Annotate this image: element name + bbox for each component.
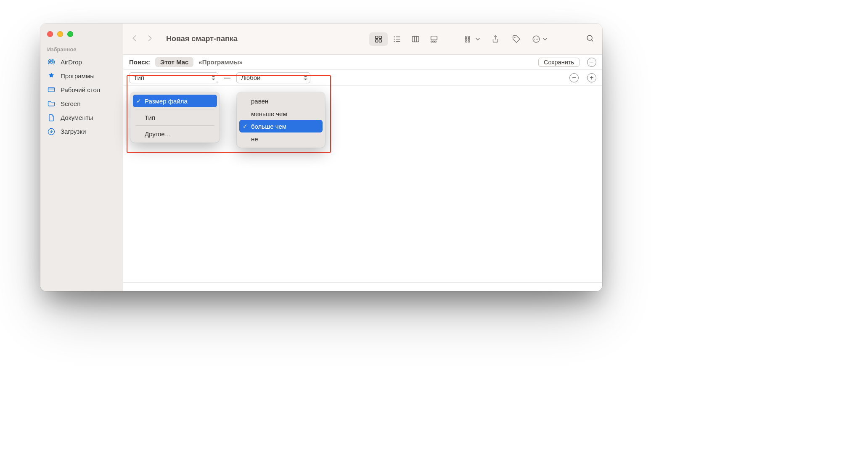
dropdown-item-type[interactable]: Тип [133, 111, 217, 124]
svg-point-27 [514, 37, 516, 38]
status-bar-divider [123, 282, 602, 283]
search-rule-row: Тип — Любой − + [123, 70, 602, 86]
nav-back-button[interactable] [131, 34, 138, 45]
sidebar-item-screen[interactable]: Screen [40, 97, 123, 111]
dropdown-item-label: Размер файла [145, 98, 188, 105]
svg-point-0 [50, 61, 53, 63]
more-icon [532, 34, 541, 44]
svg-point-8 [394, 36, 395, 37]
sidebar-item-desktop[interactable]: Рабочий стол [40, 83, 123, 97]
sidebar: Избранное AirDrop Программы [40, 24, 123, 291]
add-rule-button[interactable]: + [587, 73, 596, 82]
svg-point-12 [394, 41, 395, 42]
dropdown-item-label: равен [251, 98, 268, 105]
view-columns-button[interactable] [406, 32, 425, 46]
chevron-right-icon [146, 34, 153, 43]
dropdown-item-label: не [251, 135, 258, 143]
sidebar-item-documents[interactable]: Документы [40, 111, 123, 125]
svg-point-30 [536, 38, 537, 39]
downloads-icon [47, 127, 56, 136]
svg-rect-19 [433, 41, 434, 42]
svg-rect-17 [431, 36, 437, 40]
stepper-icon [304, 75, 307, 80]
dropdown-item-not[interactable]: не [239, 132, 323, 145]
chevron-down-icon [475, 37, 480, 42]
combo-value: Тип [134, 74, 144, 81]
svg-rect-1 [48, 87, 55, 92]
chevron-down-icon [542, 37, 548, 42]
minimize-button[interactable] [57, 31, 63, 37]
search-icon [585, 34, 595, 43]
view-gallery-button[interactable] [425, 32, 443, 46]
sidebar-item-downloads[interactable]: Загрузки [40, 125, 123, 138]
svg-point-10 [394, 38, 395, 40]
window-title: Новая смарт-папка [166, 34, 238, 43]
dropdown-item-other[interactable]: Другое… [133, 127, 217, 140]
svg-rect-24 [468, 36, 470, 37]
document-icon [47, 114, 56, 122]
dropdown-item-equals[interactable]: равен [239, 95, 323, 107]
svg-rect-6 [376, 40, 378, 42]
group-icon [464, 34, 474, 44]
zoom-button[interactable] [67, 31, 73, 37]
sidebar-item-label: Документы [61, 113, 93, 122]
rule-value-combo[interactable]: Любой [236, 72, 310, 83]
scope-alt[interactable]: «Программы» [198, 58, 243, 66]
more-actions-button[interactable] [532, 33, 548, 45]
svg-rect-5 [379, 36, 381, 38]
scope-this-mac[interactable]: Этот Mac [155, 57, 193, 67]
nav-forward-button[interactable] [146, 34, 153, 45]
toolbar-actions [464, 33, 548, 45]
save-button[interactable]: Сохранить [538, 58, 580, 67]
airdrop-icon [47, 58, 56, 66]
window-controls [40, 31, 123, 37]
rule-attribute-combo[interactable]: Тип [129, 72, 218, 83]
desktop-icon [47, 86, 56, 94]
dropdown-item-greater-than[interactable]: больше чем [239, 120, 323, 132]
sidebar-item-label: Программы [61, 72, 95, 80]
svg-rect-22 [466, 38, 467, 40]
view-list-button[interactable] [388, 32, 406, 46]
dropdown-item-file-size[interactable]: Размер файла [133, 95, 217, 107]
scope-bar: Поиск: Этот Mac «Программы» Сохранить − [123, 55, 602, 70]
svg-rect-23 [466, 40, 467, 42]
svg-rect-14 [412, 36, 419, 42]
attribute-dropdown[interactable]: Размер файла Тип Другое… [130, 92, 220, 143]
dropdown-item-label: Тип [145, 114, 155, 121]
svg-rect-25 [468, 38, 470, 40]
view-icons-button[interactable] [369, 32, 388, 46]
chevron-left-icon [131, 34, 138, 43]
dropdown-item-label: Другое… [145, 130, 171, 138]
view-mode-group [369, 32, 443, 46]
finder-window: Избранное AirDrop Программы [40, 24, 602, 291]
remove-scope-button[interactable]: − [587, 58, 596, 67]
svg-point-29 [534, 38, 535, 39]
share-icon [491, 34, 500, 44]
operator-dropdown[interactable]: равен меньше чем больше чем не [237, 92, 325, 148]
sidebar-item-airdrop[interactable]: AirDrop [40, 55, 123, 69]
dropdown-separator [135, 125, 214, 126]
svg-rect-7 [379, 40, 381, 42]
main-area: Новая смарт-папка [123, 24, 602, 291]
tags-button[interactable] [511, 33, 522, 45]
group-by-button[interactable] [464, 33, 480, 45]
gallery-icon [429, 34, 439, 44]
close-button[interactable] [47, 31, 53, 37]
svg-rect-21 [466, 36, 467, 37]
remove-rule-button[interactable]: − [569, 73, 579, 82]
svg-line-33 [592, 40, 593, 41]
sidebar-item-applications[interactable]: Программы [40, 69, 123, 83]
scope-label: Поиск: [129, 58, 150, 66]
rule-separator: — [224, 74, 230, 81]
dropdown-item-less-than[interactable]: меньше чем [239, 107, 323, 120]
stepper-icon [212, 75, 215, 80]
svg-rect-18 [431, 41, 432, 42]
sidebar-item-label: AirDrop [61, 58, 82, 66]
dropdown-item-label: больше чем [251, 123, 286, 130]
combo-value: Любой [241, 74, 260, 81]
share-button[interactable] [490, 33, 501, 45]
list-icon [392, 34, 402, 44]
search-button[interactable] [585, 34, 595, 45]
sidebar-section-label: Избранное [40, 46, 123, 55]
applications-icon [47, 72, 56, 80]
